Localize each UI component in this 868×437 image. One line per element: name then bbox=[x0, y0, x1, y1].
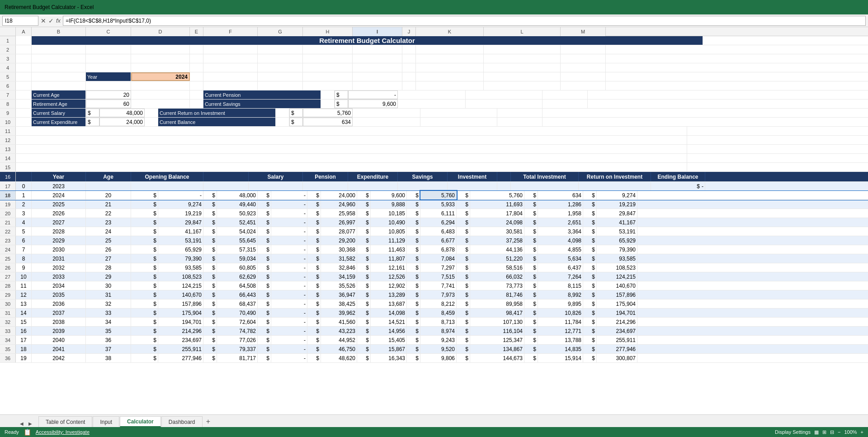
cell-i6[interactable] bbox=[353, 81, 402, 90]
cell-k2[interactable] bbox=[416, 45, 484, 54]
tab-dashboard[interactable]: Dashboard bbox=[161, 416, 203, 427]
cell-d9-salary-value[interactable]: 48,000 bbox=[99, 109, 145, 117]
cell-h4[interactable] bbox=[303, 63, 353, 72]
status-display-settings[interactable]: Display Settings bbox=[775, 429, 811, 435]
col-header-m[interactable]: M bbox=[561, 27, 606, 36]
cell-c4[interactable] bbox=[86, 63, 131, 72]
cell-k7[interactable] bbox=[398, 90, 466, 99]
cell-a1[interactable] bbox=[16, 36, 32, 45]
cell-d8[interactable] bbox=[131, 100, 190, 108]
cell-i2[interactable] bbox=[353, 45, 402, 54]
tab-input[interactable]: Input bbox=[93, 416, 119, 427]
cell-d4[interactable] bbox=[131, 63, 190, 72]
cell-l7[interactable] bbox=[466, 90, 542, 99]
cell-j8-savings-value[interactable]: 9,600 bbox=[348, 100, 398, 108]
cell-l6[interactable] bbox=[484, 81, 561, 90]
cell-j6[interactable] bbox=[402, 81, 416, 90]
cell-e7[interactable] bbox=[190, 90, 203, 99]
view-normal-icon[interactable]: ▦ bbox=[814, 429, 819, 435]
cell-m10[interactable] bbox=[497, 118, 542, 126]
cell-b6[interactable] bbox=[32, 81, 86, 90]
view-page-layout-icon[interactable]: ⊞ bbox=[822, 429, 826, 435]
cell-m3[interactable] bbox=[561, 54, 606, 63]
cell-m2[interactable] bbox=[561, 45, 606, 54]
cell-b2[interactable] bbox=[32, 45, 86, 54]
cell-c7-current-age-value[interactable]: 20 bbox=[86, 90, 131, 99]
col-header-f[interactable]: F bbox=[203, 27, 258, 36]
cell-i5[interactable] bbox=[353, 72, 402, 81]
tab-add-button[interactable]: + bbox=[203, 416, 214, 427]
cell-a8[interactable] bbox=[16, 100, 32, 108]
formula-content[interactable]: =IF(C18<$C$8,H18*Input!$C$17,0) bbox=[63, 16, 866, 26]
cell-a2[interactable] bbox=[16, 45, 32, 54]
scroll-tabs-right[interactable]: ▶ bbox=[27, 420, 34, 427]
cell-a9[interactable] bbox=[16, 109, 32, 117]
col-header-k[interactable]: K bbox=[416, 27, 484, 36]
cell-m6[interactable] bbox=[561, 81, 606, 90]
cell-e8[interactable] bbox=[190, 100, 203, 108]
status-accessibility[interactable]: Accessibility: Investigate bbox=[36, 429, 90, 435]
cell-m7[interactable] bbox=[542, 90, 588, 99]
cell-b3[interactable] bbox=[32, 54, 86, 63]
cell-k9[interactable] bbox=[353, 109, 420, 117]
cell-l8[interactable] bbox=[466, 100, 542, 108]
cell-k8[interactable] bbox=[398, 100, 466, 108]
cell-e10[interactable] bbox=[145, 118, 158, 126]
cell-j3[interactable] bbox=[402, 54, 416, 63]
cell-k4[interactable] bbox=[416, 63, 484, 72]
cell-f5[interactable] bbox=[203, 72, 258, 81]
cell-f3[interactable] bbox=[203, 54, 258, 63]
cell-f4[interactable] bbox=[203, 63, 258, 72]
cell-h5[interactable] bbox=[303, 72, 353, 81]
cell-m8[interactable] bbox=[542, 100, 588, 108]
cell-l5[interactable] bbox=[484, 72, 561, 81]
view-page-break-icon[interactable]: ⊟ bbox=[830, 429, 834, 435]
col-header-c[interactable]: C bbox=[86, 27, 131, 36]
cell-a7[interactable] bbox=[16, 90, 32, 99]
cell-d7[interactable] bbox=[131, 90, 190, 99]
col-header-h[interactable]: H bbox=[303, 27, 353, 36]
cell-j2[interactable] bbox=[402, 45, 416, 54]
cell-f6[interactable] bbox=[203, 81, 258, 90]
scroll-tabs-left[interactable]: ◀ bbox=[18, 420, 25, 427]
cell-d2[interactable] bbox=[131, 45, 190, 54]
cell-m9[interactable] bbox=[497, 109, 542, 117]
col-header-b[interactable]: B bbox=[32, 27, 86, 36]
cell-k10[interactable] bbox=[353, 118, 420, 126]
cell-c3[interactable] bbox=[86, 54, 131, 63]
cell-j4[interactable] bbox=[402, 63, 416, 72]
cell-d10-exp-value[interactable]: 24,000 bbox=[99, 118, 145, 126]
col-header-l[interactable]: L bbox=[484, 27, 561, 36]
cell-g6[interactable] bbox=[258, 81, 303, 90]
col-header-j[interactable]: J bbox=[402, 27, 416, 36]
col-header-g[interactable]: G bbox=[258, 27, 303, 36]
cell-h6[interactable] bbox=[303, 81, 353, 90]
cell-i3[interactable] bbox=[353, 54, 402, 63]
cell-l4[interactable] bbox=[484, 63, 561, 72]
cell-e2[interactable] bbox=[190, 45, 203, 54]
cell-d6[interactable] bbox=[131, 81, 190, 90]
cell-a4[interactable] bbox=[16, 63, 32, 72]
cell-a5[interactable] bbox=[16, 72, 32, 81]
tab-table-of-content[interactable]: Table of Content bbox=[38, 416, 92, 427]
cell-h2[interactable] bbox=[303, 45, 353, 54]
cell-l3[interactable] bbox=[484, 54, 561, 63]
zoom-out-icon[interactable]: − bbox=[838, 429, 840, 435]
cell-l9[interactable] bbox=[420, 109, 497, 117]
cell-b4[interactable] bbox=[32, 63, 86, 72]
col-header-e[interactable]: E bbox=[190, 27, 203, 36]
cell-j5[interactable] bbox=[402, 72, 416, 81]
cell-e3[interactable] bbox=[190, 54, 203, 63]
col-header-d[interactable]: D bbox=[131, 27, 190, 36]
cell-j7-pension-value[interactable]: - bbox=[348, 90, 398, 99]
cell-d3[interactable] bbox=[131, 54, 190, 63]
cell-h3[interactable] bbox=[303, 54, 353, 63]
cell-l10[interactable] bbox=[420, 118, 497, 126]
cell-k5[interactable] bbox=[416, 72, 484, 81]
cell-c8-ret-age-value[interactable]: 60 bbox=[86, 100, 131, 108]
cell-c5-year-label[interactable]: Year bbox=[86, 72, 131, 81]
cell-a6[interactable] bbox=[16, 81, 32, 90]
cell-m4[interactable] bbox=[561, 63, 606, 72]
col-header-a[interactable]: A bbox=[16, 27, 32, 36]
cell-j9-roi-value[interactable]: 5,760 bbox=[303, 109, 353, 117]
